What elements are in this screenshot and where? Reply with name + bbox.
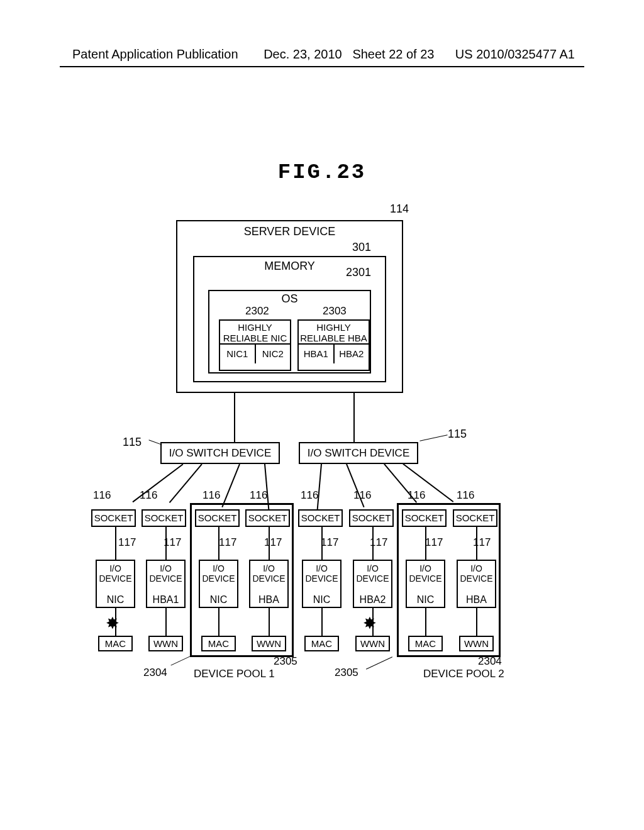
ref-115-right: 115 bbox=[448, 428, 467, 441]
ref-2304-left: 2304 bbox=[143, 667, 167, 679]
pub-num: US 2010/0325477 A1 bbox=[455, 47, 575, 61]
fan-3 bbox=[221, 464, 240, 507]
io-switch-2: I/O SWITCH DEVICE bbox=[299, 442, 418, 464]
highly-reliable-hba-box: HIGHLYRELIABLE HBA HBA1 HBA2 bbox=[297, 319, 370, 371]
ref-116-8: 116 bbox=[457, 489, 474, 502]
os-label: OS bbox=[209, 292, 370, 306]
socket-1: SOCKET bbox=[91, 509, 136, 527]
io-device-8: I/ODEVICEHBA bbox=[457, 560, 496, 608]
pool-1-label: DEVICE POOL 1 bbox=[194, 668, 275, 680]
iw-7 bbox=[425, 608, 426, 636]
ref-2304-right: 2304 bbox=[478, 655, 502, 668]
iw-3 bbox=[218, 608, 219, 636]
iw-4 bbox=[269, 608, 270, 636]
hba2-cell: HBA2 bbox=[335, 345, 369, 363]
header-rule bbox=[60, 66, 584, 67]
fault-icon-2: ✸ bbox=[363, 615, 377, 631]
io-type-7: NIC bbox=[407, 595, 444, 605]
ref-2303: 2303 bbox=[323, 305, 347, 318]
iw-5 bbox=[321, 608, 323, 636]
hba1-cell: HBA1 bbox=[299, 345, 335, 363]
addr-1: MAC bbox=[98, 636, 133, 651]
io-device-3: I/ODEVICENIC bbox=[199, 560, 238, 608]
io-type-2: HBA1 bbox=[147, 595, 184, 605]
addr-7: MAC bbox=[408, 636, 443, 651]
ref-2301: 2301 bbox=[346, 266, 371, 279]
page-header: Patent Application Publication Dec. 23, … bbox=[0, 47, 644, 62]
io-type-4: HBA bbox=[250, 595, 287, 605]
socket-6: SOCKET bbox=[349, 509, 394, 527]
pub-date: Dec. 23, 2010 bbox=[264, 47, 342, 61]
nic1-cell: NIC1 bbox=[220, 345, 256, 363]
socket-5: SOCKET bbox=[298, 509, 343, 527]
pool-2-label: DEVICE POOL 2 bbox=[423, 668, 504, 680]
ref-116-1: 116 bbox=[93, 489, 111, 502]
ref-116-2: 116 bbox=[140, 489, 157, 502]
ref-117-5: 117 bbox=[321, 536, 338, 549]
hr-hba-label: HIGHLYRELIABLE HBA bbox=[299, 321, 369, 343]
iw-2 bbox=[165, 608, 167, 636]
lead-115r bbox=[419, 434, 447, 441]
ref-116-5: 116 bbox=[301, 489, 318, 502]
addr-6: WWN bbox=[355, 636, 390, 651]
ref-116-4: 116 bbox=[250, 489, 267, 502]
io-type-3: NIC bbox=[200, 595, 237, 605]
figure-title: FIG.23 bbox=[0, 160, 644, 184]
pub-type: Patent Application Publication bbox=[72, 47, 238, 62]
addr-5: MAC bbox=[304, 636, 339, 651]
ref-116-6: 116 bbox=[353, 489, 371, 502]
ref-2305-right: 2305 bbox=[335, 667, 358, 679]
hr-nic-label: HIGHLYRELIABLE NIC bbox=[220, 321, 290, 343]
highly-reliable-nic-box: HIGHLYRELIABLE NIC NIC1 NIC2 bbox=[219, 319, 291, 371]
sheet-num: Sheet 22 of 23 bbox=[352, 47, 434, 61]
addr-2: WWN bbox=[148, 636, 183, 651]
fan-5 bbox=[317, 464, 322, 510]
conn-server-sw1 bbox=[234, 393, 235, 442]
ref-115-left: 115 bbox=[123, 436, 142, 449]
ref-2305-left: 2305 bbox=[274, 655, 297, 668]
lead-2304-left bbox=[170, 655, 191, 665]
conn-server-sw2 bbox=[353, 393, 355, 442]
addr-8: WWN bbox=[459, 636, 494, 651]
io-type-1: NIC bbox=[97, 595, 134, 605]
lead-2305-right bbox=[366, 656, 392, 669]
io-device-7: I/ODEVICENIC bbox=[406, 560, 445, 608]
server-label: SERVER DEVICE bbox=[177, 225, 402, 238]
iw-8 bbox=[476, 608, 477, 636]
ref-116-7: 116 bbox=[408, 489, 425, 502]
fault-icon-1: ✸ bbox=[106, 615, 119, 631]
ref-117-2: 117 bbox=[164, 536, 181, 549]
io-device-2: I/ODEVICEHBA1 bbox=[146, 560, 186, 608]
addr-4: WWN bbox=[252, 636, 286, 651]
io-device-5: I/ODEVICENIC bbox=[302, 560, 341, 608]
io-device-4: I/ODEVICEHBA bbox=[249, 560, 289, 608]
ref-2302: 2302 bbox=[245, 305, 269, 318]
io-device-6: I/ODEVICEHBA2 bbox=[353, 560, 392, 608]
si-1 bbox=[115, 527, 116, 560]
ref-117-6: 117 bbox=[370, 536, 387, 549]
header-right: Dec. 23, 2010 Sheet 22 of 23 US 2010/032… bbox=[264, 47, 575, 62]
io-switch-1: I/O SWITCH DEVICE bbox=[160, 442, 280, 464]
ref-117-1: 117 bbox=[118, 536, 136, 549]
ref-114: 114 bbox=[390, 202, 409, 216]
addr-3: MAC bbox=[201, 636, 236, 651]
io-device-1: I/ODEVICENIC bbox=[96, 560, 135, 608]
io-type-5: NIC bbox=[303, 595, 340, 605]
socket-2: SOCKET bbox=[142, 509, 186, 527]
os-box: OS 2302 2303 HIGHLYRELIABLE NIC NIC1 NIC… bbox=[208, 290, 371, 374]
ref-116-3: 116 bbox=[203, 489, 220, 502]
nic2-cell: NIC2 bbox=[256, 345, 291, 363]
io-type-6: HBA2 bbox=[354, 595, 391, 605]
ref-301: 301 bbox=[352, 241, 371, 254]
io-type-8: HBA bbox=[458, 595, 495, 605]
